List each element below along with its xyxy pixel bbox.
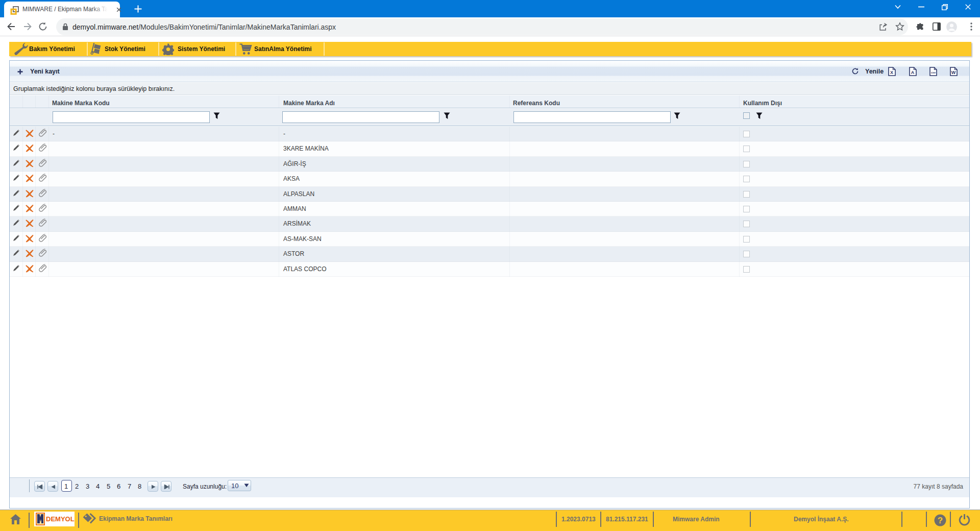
svg-text:A: A: [911, 70, 915, 75]
svg-text:W: W: [951, 70, 956, 75]
svg-text:X: X: [890, 70, 893, 75]
svg-text:csv: csv: [931, 71, 936, 74]
svg-text:?: ?: [938, 516, 943, 525]
